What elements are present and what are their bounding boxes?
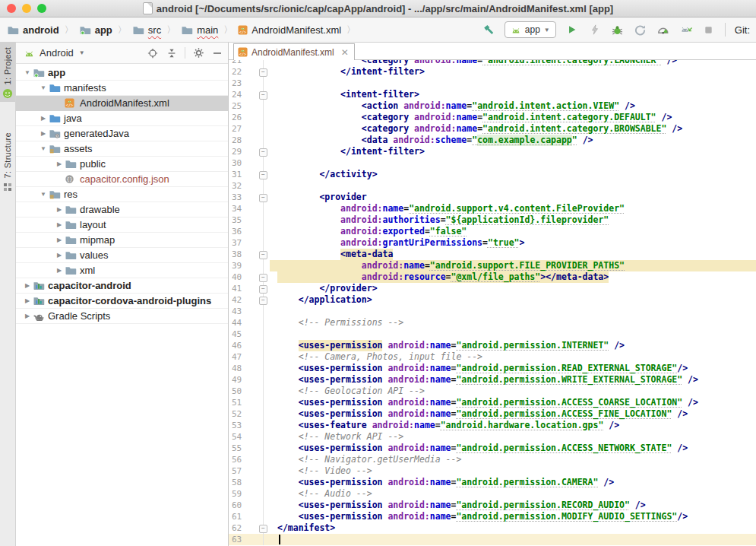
stop-icon[interactable] [702, 23, 716, 37]
tree-right-arrow-icon[interactable]: ▶ [38, 115, 49, 122]
code-line-text[interactable]: <action android:name="android.intent.act… [270, 100, 756, 112]
tree-right-arrow-icon[interactable]: ▶ [54, 252, 65, 259]
tree-down-arrow-icon[interactable]: ▼ [38, 191, 49, 198]
code-line-text[interactable]: <category android:name="android.intent.c… [270, 112, 756, 123]
code-line-text[interactable]: </provider> [270, 283, 756, 294]
attach-debugger-icon[interactable] [679, 23, 693, 37]
tree-right-arrow-icon[interactable]: ▶ [54, 236, 65, 243]
fold-marker-icon[interactable]: − [259, 68, 267, 77]
tree-item-res[interactable]: ▼res [16, 187, 228, 202]
apply-changes-icon[interactable] [588, 23, 602, 37]
code-line-text[interactable]: <uses-permission android:name="android.p… [270, 397, 756, 408]
tree-item-capacitor-config-json[interactable]: {}capacitor.config.json [16, 172, 228, 187]
code-line-text[interactable]: android:grantUriPermissions="true"> [270, 237, 756, 249]
hide-panel-icon[interactable] [211, 47, 223, 59]
tree-item-gradle-scripts[interactable]: ▶Gradle Scripts [16, 309, 228, 324]
locate-file-icon[interactable] [147, 47, 159, 59]
tree-item-java[interactable]: ▶java [16, 111, 228, 126]
code-line-text[interactable]: </activity> [270, 169, 756, 180]
tree-item-drawable[interactable]: ▶drawable [16, 202, 228, 217]
code-line-text[interactable]: <!-- Audio --> [270, 488, 756, 500]
code-line-text[interactable] [270, 157, 756, 169]
code-line-text[interactable]: <!-- Video --> [270, 465, 756, 477]
editor-tab-androidmanifest[interactable]: </> AndroidManifest.xml ✕ [233, 43, 355, 60]
tree-right-arrow-icon[interactable]: ▶ [54, 206, 65, 213]
code-line-text[interactable]: <provider [270, 192, 756, 203]
tree-down-arrow-icon[interactable]: ▼ [38, 84, 49, 91]
tree-item-assets[interactable]: ▼assets [16, 141, 228, 157]
breadcrumb-item-app[interactable]: app [77, 23, 115, 37]
fold-marker-icon[interactable]: − [259, 285, 267, 294]
fold-marker-icon[interactable]: − [259, 297, 267, 305]
code-line-text[interactable]: <!-- Navigator.getUserMedia --> [270, 454, 756, 465]
code-line-text[interactable]: </intent-filter> [270, 146, 756, 157]
tree-item-xml[interactable]: ▶xml [16, 263, 228, 278]
breadcrumb-item-main[interactable]: main [179, 23, 220, 37]
code-line-text[interactable]: <!-- Network API --> [270, 431, 756, 443]
code-line-text[interactable]: <category android:name="android.intent.c… [270, 60, 756, 66]
code-line-text[interactable]: <uses-permission android:name="android.p… [270, 340, 756, 351]
tool-window-tab-project[interactable]: 1: Project [0, 43, 15, 102]
tree-item-public[interactable]: ▶public [16, 157, 228, 172]
code-area[interactable]: 21 <category android:name="android.inten… [229, 60, 756, 546]
code-line-text[interactable]: android:exported="false" [270, 226, 756, 237]
tree-item-capacitor-android[interactable]: ▶capacitor-android [16, 278, 228, 294]
code-line-text[interactable]: <intent-filter> [270, 89, 756, 100]
code-line-text[interactable]: <uses-permission android:name="android.p… [270, 443, 756, 454]
code-line-text[interactable]: <!-- Camera, Photos, input file --> [270, 351, 756, 363]
tree-item-androidmanifest-xml[interactable]: </>AndroidManifest.xml [16, 96, 228, 111]
tree-item-mipmap[interactable]: ▶mipmap [16, 233, 228, 248]
code-line-text[interactable]: android:resource="@xml/file_paths"></met… [270, 271, 756, 283]
tree-right-arrow-icon[interactable]: ▶ [54, 160, 65, 167]
fold-marker-icon[interactable]: − [259, 251, 267, 259]
code-line-text[interactable]: <uses-permission android:name="android.p… [270, 374, 756, 386]
code-line-text[interactable] [270, 329, 756, 340]
close-icon[interactable]: ✕ [341, 47, 349, 58]
code-line-text[interactable]: android:authorities="${applicationId}.fi… [270, 214, 756, 226]
code-line-text[interactable]: <!-- Geolocation API --> [270, 386, 756, 397]
code-line-text[interactable]: <uses-permission android:name="android.p… [270, 511, 756, 522]
code-line-text[interactable]: <uses-permission android:name="android.p… [270, 500, 756, 511]
tree-down-arrow-icon[interactable]: ▼ [38, 145, 49, 152]
tree-right-arrow-icon[interactable]: ▶ [54, 221, 65, 228]
code-line-text[interactable]: <meta-data [270, 249, 756, 260]
code-line-text[interactable]: <uses-permission android:name="android.p… [270, 363, 756, 374]
code-line-text[interactable]: <uses-permission android:name="android.p… [270, 477, 756, 488]
code-line-text[interactable]: <uses-permission android:name="android.p… [270, 408, 756, 420]
code-line-text[interactable]: </application> [270, 294, 756, 306]
code-line-text[interactable]: <uses-feature android:name="android.hard… [270, 420, 756, 431]
breadcrumb-item-android[interactable]: android [5, 23, 62, 37]
tree-item-layout[interactable]: ▶layout [16, 217, 228, 233]
gear-icon[interactable] [192, 47, 204, 59]
code-line-text[interactable]: android:name="android.support.FILE_PROVI… [270, 260, 756, 271]
tree-item-app[interactable]: ▼app [16, 65, 228, 81]
code-line-text[interactable]: </manifest> [270, 522, 756, 534]
tree-item-capacitor-cordova-android-plugins[interactable]: ▶capacitor-cordova-android-plugins [16, 294, 228, 309]
tree-right-arrow-icon[interactable]: ▶ [22, 313, 33, 319]
tree-item-values[interactable]: ▶values [16, 248, 228, 263]
tree-right-arrow-icon[interactable]: ▶ [38, 130, 49, 137]
profiler-icon[interactable] [656, 23, 670, 37]
code-line-text[interactable]: <!-- Permissions --> [270, 317, 756, 329]
tool-window-tab-structure[interactable]: 7: Structure [0, 128, 15, 194]
tree-right-arrow-icon[interactable]: ▶ [22, 297, 33, 304]
tree-right-arrow-icon[interactable]: ▶ [54, 267, 65, 274]
code-line-text[interactable]: android:name="android.support.v4.content… [270, 203, 756, 214]
fold-marker-icon[interactable]: − [259, 171, 267, 179]
debug-icon[interactable] [611, 23, 625, 37]
code-line-text[interactable] [270, 78, 756, 89]
tree-right-arrow-icon[interactable]: ▶ [22, 282, 33, 289]
maximize-window-button[interactable] [37, 4, 46, 13]
code-line-text[interactable]: </intent-filter> [270, 66, 756, 78]
code-line-text[interactable]: <category android:name="android.intent.c… [270, 123, 756, 135]
minimize-window-button[interactable] [22, 4, 31, 13]
breadcrumb-item-androidmanifest-xml[interactable]: </>AndroidManifest.xml [236, 23, 343, 37]
project-view-selector[interactable]: Android ▼ [24, 47, 85, 59]
run-icon[interactable] [565, 23, 579, 37]
run-configuration-select[interactable]: app ▼ [505, 21, 556, 38]
fold-marker-icon[interactable]: − [259, 148, 267, 157]
fold-marker-icon[interactable]: − [259, 194, 267, 202]
code-line-text[interactable] [270, 306, 756, 317]
tree-down-arrow-icon[interactable]: ▼ [22, 69, 33, 76]
close-window-button[interactable] [7, 4, 16, 13]
